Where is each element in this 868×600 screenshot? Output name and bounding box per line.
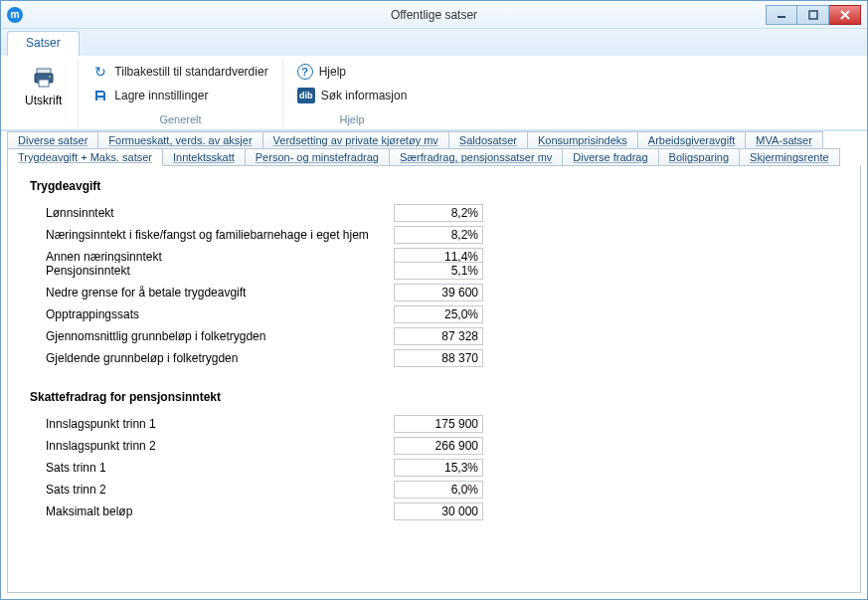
label-annen-naeringsinntekt: Annen næringsinntekt [46, 251, 384, 263]
reset-defaults-button[interactable]: ↻ Tilbakestill til standardverdier [88, 62, 271, 82]
svg-rect-1 [809, 11, 817, 19]
tab-formueskatt[interactable]: Formueskatt, verds. av aksjer [97, 131, 262, 149]
maximize-button[interactable] [797, 5, 829, 25]
printer-icon [32, 66, 56, 90]
tab-boligsparing[interactable]: Boligsparing [658, 148, 741, 166]
tab-trygdeavgift[interactable]: Trygdeavgift + Maks. satser [7, 148, 163, 166]
section-title-skattefradrag: Skattefradrag for pensjonsinntekt [30, 390, 838, 404]
tab-arbeidsgiveravgift[interactable]: Arbeidsgiveravgift [637, 131, 746, 149]
save-settings-button[interactable]: Lagre innstillinger [88, 86, 271, 105]
input-pensjonsinntekt[interactable] [394, 262, 483, 280]
field-innslagspunkt-2: Innslagspunkt trinn 2 [46, 436, 838, 456]
svg-rect-4 [37, 69, 51, 74]
svg-rect-9 [97, 98, 103, 100]
tab-diverse-satser[interactable]: Diverse satser [7, 131, 98, 149]
section-skattefradrag-fields: Innslagspunkt trinn 1 Innslagspunkt trin… [46, 414, 838, 521]
reset-defaults-label: Tilbakestill til standardverdier [114, 65, 267, 79]
tabs-row-1: Diverse satser Formueskatt, verds. av ak… [7, 131, 861, 149]
input-innslagspunkt-2[interactable] [394, 437, 483, 455]
input-lonnsinntekt[interactable] [394, 204, 483, 222]
section-trygdeavgift-fields: Lønnsinntekt Næringsinntekt i fiske/fang… [46, 203, 838, 368]
titlebar: m Offentlige satser [1, 1, 867, 29]
window-buttons [766, 5, 861, 25]
field-lonnsinntekt: Lønnsinntekt [46, 203, 838, 223]
label-gjennomsnittlig-grunnbelop: Gjennomsnittlig grunnbeløp i folketrygde… [46, 329, 384, 343]
label-nedre-grense: Nedre grense for å betale trygdeavgift [46, 286, 384, 300]
input-opptrappingssats[interactable] [394, 305, 483, 323]
tab-mva-satser[interactable]: MVA-satser [745, 131, 823, 149]
help-label: Hjelp [319, 65, 346, 79]
section-title-trygdeavgift: Trygdeavgift [30, 179, 838, 193]
tab-saerfradrag[interactable]: Særfradrag, pensjonssatser mv [389, 148, 563, 166]
field-innslagspunkt-1: Innslagspunkt trinn 1 [46, 414, 838, 434]
input-sats-trinn-1[interactable] [394, 459, 483, 477]
input-naeringsinntekt-fiske[interactable] [394, 226, 483, 244]
search-info-button[interactable]: dib Søk informasjon [293, 86, 412, 105]
ribbon-group-help: ? Hjelp dib Søk informasjon Hjelp [283, 60, 422, 127]
field-naeringsinntekt-fiske: Næringsinntekt i fiske/fangst og familie… [46, 225, 838, 245]
field-gjeldende-grunnbelop: Gjeldende grunnbeløp i folketrygden [46, 348, 838, 368]
app-icon: m [7, 7, 23, 23]
save-settings-label: Lagre innstillinger [114, 89, 208, 102]
input-gjennomsnittlig-grunnbelop[interactable] [394, 327, 483, 345]
app-window: m Offentlige satser Satser [0, 0, 868, 600]
input-gjeldende-grunnbelop[interactable] [394, 349, 483, 367]
ribbon-tabstrip: Satser [1, 29, 867, 56]
input-innslagspunkt-1[interactable] [394, 415, 483, 433]
undo-icon: ↻ [92, 64, 108, 80]
close-button[interactable] [829, 5, 861, 25]
ribbon-group-general: ↻ Tilbakestill til standardverdier Lagre… [79, 60, 282, 127]
tab-inntektsskatt[interactable]: Inntektsskatt [162, 148, 246, 166]
ribbon-group-general-label: Generelt [159, 109, 201, 125]
label-naeringsinntekt-fiske: Næringsinntekt i fiske/fangst og familie… [46, 228, 384, 242]
tab-skjermingsrente[interactable]: Skjermingsrente [739, 148, 839, 166]
minimize-button[interactable] [766, 5, 797, 25]
label-gjeldende-grunnbelop: Gjeldende grunnbeløp i folketrygden [46, 351, 384, 365]
content-area: Diverse satser Formueskatt, verds. av ak… [1, 130, 867, 599]
tab-konsumprisindeks[interactable]: Konsumprisindeks [527, 131, 638, 149]
field-sats-trinn-2: Sats trinn 2 [46, 480, 838, 500]
svg-rect-6 [39, 80, 49, 87]
label-sats-trinn-1: Sats trinn 1 [46, 461, 384, 475]
label-sats-trinn-2: Sats trinn 2 [46, 483, 384, 497]
tab-person-minstefradrag[interactable]: Person- og minstefradrag [245, 148, 390, 166]
tab-saldosatser[interactable]: Saldosatser [448, 131, 528, 149]
window-title: Offentlige satser [391, 8, 477, 22]
tab-panel-trygdeavgift: Trygdeavgift Lønnsinntekt Næringsinntekt… [7, 165, 861, 593]
field-sats-trinn-1: Sats trinn 1 [46, 458, 838, 478]
label-maksimalt-belop: Maksimalt beløp [46, 504, 384, 518]
input-maksimalt-belop[interactable] [394, 502, 483, 520]
tabs-row-2: Trygdeavgift + Maks. satser Inntektsskat… [7, 148, 861, 166]
field-nedre-grense: Nedre grense for å betale trygdeavgift [46, 283, 838, 302]
svg-rect-8 [97, 93, 103, 96]
search-info-label: Søk informasjon [321, 89, 408, 102]
ribbon: Utskrift ↻ Tilbakestill til standardverd… [1, 56, 867, 130]
tab-diverse-fradrag[interactable]: Diverse fradrag [562, 148, 658, 166]
help-icon: ? [297, 64, 313, 80]
input-nedre-grense[interactable] [394, 284, 483, 301]
print-label: Utskrift [25, 94, 62, 107]
svg-point-7 [49, 76, 51, 78]
save-icon [92, 88, 108, 103]
help-button[interactable]: ? Hjelp [293, 62, 412, 82]
search-info-icon: dib [297, 88, 315, 103]
field-gjennomsnittlig-grunnbelop: Gjennomsnittlig grunnbeløp i folketrygde… [46, 326, 838, 346]
field-pensjonsinntekt: Pensjonsinntekt [46, 261, 838, 281]
ribbon-group-help-label: Hjelp [339, 109, 364, 125]
field-maksimalt-belop: Maksimalt beløp [46, 501, 838, 521]
label-lonnsinntekt: Lønnsinntekt [46, 206, 384, 220]
tab-verdsetting-kjoretoy[interactable]: Verdsetting av private kjøretøy mv [262, 131, 449, 149]
input-sats-trinn-2[interactable] [394, 481, 483, 499]
label-innslagspunkt-1: Innslagspunkt trinn 1 [46, 417, 384, 431]
field-opptrappingssats: Opptrappingssats [46, 304, 838, 324]
label-opptrappingssats: Opptrappingssats [46, 307, 384, 321]
label-innslagspunkt-2: Innslagspunkt trinn 2 [46, 439, 384, 453]
label-pensjonsinntekt: Pensjonsinntekt [46, 264, 384, 278]
ribbon-group-print: Utskrift [9, 60, 79, 127]
print-button[interactable]: Utskrift [19, 62, 68, 109]
ribbon-tab-satser[interactable]: Satser [7, 31, 80, 56]
